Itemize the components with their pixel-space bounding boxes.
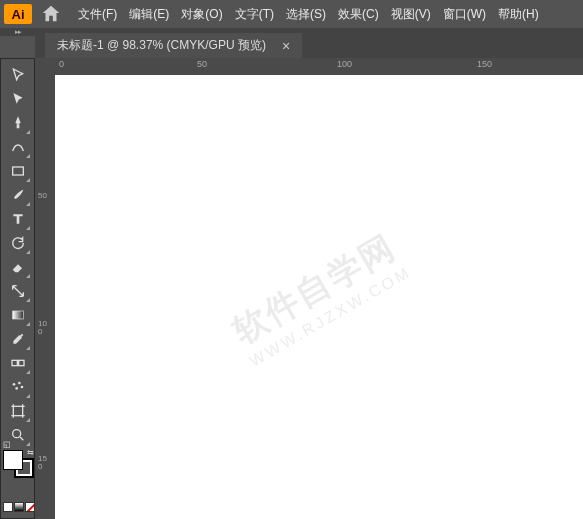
color-mode-solid-icon[interactable] [3, 502, 13, 512]
pen-tool-icon[interactable] [5, 111, 31, 135]
close-tab-icon[interactable]: × [282, 38, 290, 54]
svg-rect-3 [18, 360, 23, 365]
menu-effect[interactable]: 效果(C) [338, 6, 379, 23]
default-colors-icon[interactable]: ◱ [3, 440, 11, 449]
svg-rect-1 [12, 311, 23, 319]
ruler-h-label: 0 [59, 59, 64, 69]
document-tab-title: 未标题-1 @ 98.37% (CMYK/GPU 预览) [57, 37, 266, 54]
svg-rect-2 [12, 360, 17, 365]
type-tool-icon[interactable] [5, 207, 31, 231]
ruler-h-label: 50 [197, 59, 207, 69]
ruler-h-label: 150 [477, 59, 492, 69]
menu-help[interactable]: 帮助(H) [498, 6, 539, 23]
ruler-v-label: 50 [38, 192, 50, 200]
main-menu: 文件(F) 编辑(E) 对象(O) 文字(T) 选择(S) 效果(C) 视图(V… [78, 6, 539, 23]
watermark: 软件自学网 WWW.RJZXW.COM [223, 223, 414, 370]
selection-tool-icon[interactable] [5, 63, 31, 87]
svg-rect-0 [12, 167, 23, 175]
symbol-sprayer-tool-icon[interactable] [5, 375, 31, 399]
color-mode-gradient-icon[interactable] [14, 502, 24, 512]
svg-point-5 [18, 382, 21, 385]
menu-type[interactable]: 文字(T) [235, 6, 274, 23]
document-tab[interactable]: 未标题-1 @ 98.37% (CMYK/GPU 预览) × [45, 33, 302, 58]
svg-point-7 [20, 386, 23, 389]
svg-rect-8 [13, 406, 22, 415]
ruler-origin-corner[interactable] [35, 58, 55, 75]
ai-logo[interactable]: Ai [4, 4, 32, 24]
ruler-h-label: 100 [337, 59, 352, 69]
document-tab-row: 未标题-1 @ 98.37% (CMYK/GPU 预览) × [35, 28, 583, 58]
gradient-tool-icon[interactable] [5, 303, 31, 327]
home-icon[interactable] [40, 3, 62, 25]
color-mode-none-icon[interactable] [25, 502, 35, 512]
svg-point-6 [15, 387, 18, 390]
top-menu-bar: Ai 文件(F) 编辑(E) 对象(O) 文字(T) 选择(S) 效果(C) 视… [0, 0, 583, 28]
eraser-tool-icon[interactable] [5, 255, 31, 279]
curvature-tool-icon[interactable] [5, 135, 31, 159]
menu-window[interactable]: 窗口(W) [443, 6, 486, 23]
menu-select[interactable]: 选择(S) [286, 6, 326, 23]
ruler-v-label: 150 [38, 455, 50, 471]
artboard-tool-icon[interactable] [5, 399, 31, 423]
svg-point-4 [12, 383, 15, 386]
direct-selection-tool-icon[interactable] [5, 87, 31, 111]
menu-file[interactable]: 文件(F) [78, 6, 117, 23]
rotate-tool-icon[interactable] [5, 231, 31, 255]
tool-panel: ◱ ⇆ [0, 58, 35, 519]
draw-mode-row [3, 502, 35, 512]
horizontal-ruler[interactable]: 0 50 100 150 [55, 58, 583, 75]
paintbrush-tool-icon[interactable] [5, 183, 31, 207]
artboard-canvas[interactable]: 软件自学网 WWW.RJZXW.COM [55, 75, 583, 519]
rectangle-tool-icon[interactable] [5, 159, 31, 183]
menu-view[interactable]: 视图(V) [391, 6, 431, 23]
ruler-v-label: 100 [38, 320, 50, 336]
blend-tool-icon[interactable] [5, 351, 31, 375]
toolbar-expand-handle[interactable]: ▸▸ [0, 28, 35, 36]
menu-object[interactable]: 对象(O) [181, 6, 222, 23]
fill-stroke-swatches[interactable]: ◱ ⇆ [3, 450, 34, 478]
vertical-ruler[interactable]: 50 100 150 [35, 58, 55, 519]
menu-edit[interactable]: 编辑(E) [129, 6, 169, 23]
scale-tool-icon[interactable] [5, 279, 31, 303]
eyedropper-tool-icon[interactable] [5, 327, 31, 351]
fill-color-swatch[interactable] [3, 450, 23, 470]
svg-point-9 [12, 430, 20, 438]
swap-fill-stroke-icon[interactable]: ⇆ [27, 448, 34, 457]
